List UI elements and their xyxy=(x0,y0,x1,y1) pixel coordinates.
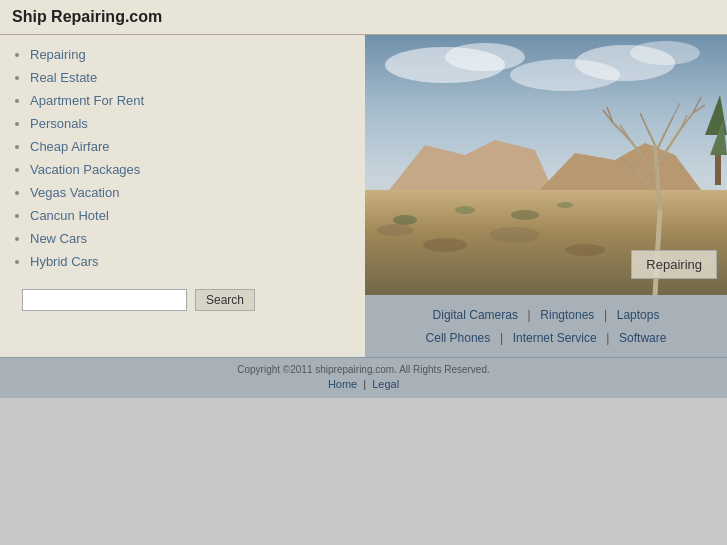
bullet-icon xyxy=(12,73,22,83)
sidebar-item-repairing[interactable]: Repairing xyxy=(0,43,365,66)
svg-point-5 xyxy=(630,41,700,65)
search-input[interactable] xyxy=(22,289,187,311)
bullet-icon xyxy=(12,234,22,244)
svg-point-14 xyxy=(455,206,475,214)
bullet-icon xyxy=(12,50,22,60)
svg-point-13 xyxy=(393,215,417,225)
sidebar-item-cancun-hotel[interactable]: Cancun Hotel xyxy=(0,204,365,227)
footer: Copyright ©2011 shiprepairing.com. All R… xyxy=(0,357,727,398)
separator: | xyxy=(528,308,531,322)
main-content: Repairing Real Estate Apartment For Rent… xyxy=(0,35,727,357)
search-area: Search xyxy=(0,273,365,323)
links-panel: Digital Cameras | Ringtones | Laptops Ce… xyxy=(365,295,727,357)
separator: | xyxy=(606,331,609,345)
landscape-image: Repairing xyxy=(365,35,727,295)
svg-rect-38 xyxy=(715,155,721,185)
internet-service-link[interactable]: Internet Service xyxy=(513,331,597,345)
svg-point-2 xyxy=(445,43,525,71)
site-title: Ship Repairing.com xyxy=(12,8,715,26)
sidebar-item-real-estate[interactable]: Real Estate xyxy=(0,66,365,89)
sidebar-item-vegas-vacation[interactable]: Vegas Vacation xyxy=(0,181,365,204)
footer-links: Home | Legal xyxy=(0,378,727,390)
repairing-overlay-label: Repairing xyxy=(646,257,702,272)
links-row-2: Cell Phones | Internet Service | Softwar… xyxy=(365,326,727,349)
software-link[interactable]: Software xyxy=(619,331,666,345)
bullet-icon xyxy=(12,96,22,106)
separator: | xyxy=(604,308,607,322)
svg-rect-8 xyxy=(365,190,727,295)
header: Ship Repairing.com xyxy=(0,0,727,35)
svg-point-16 xyxy=(557,202,573,208)
svg-point-15 xyxy=(511,210,539,220)
sidebar-item-vacation-packages[interactable]: Vacation Packages xyxy=(0,158,365,181)
sidebar-item-label: Cheap Airfare xyxy=(30,139,110,154)
sidebar-item-label: Real Estate xyxy=(30,70,97,85)
sidebar-item-label: Vacation Packages xyxy=(30,162,140,177)
sidebar-item-label: Apartment For Rent xyxy=(30,93,144,108)
sidebar-item-label: Repairing xyxy=(30,47,86,62)
right-panel: Repairing Digital Cameras | Ringtones | … xyxy=(365,35,727,357)
bullet-icon xyxy=(12,188,22,198)
copyright-text: Copyright ©2011 shiprepairing.com. All R… xyxy=(0,364,727,375)
bullet-icon xyxy=(12,257,22,267)
footer-separator: | xyxy=(363,378,366,390)
sidebar-item-hybrid-cars[interactable]: Hybrid Cars xyxy=(0,250,365,273)
bullet-icon xyxy=(12,165,22,175)
ringtones-link[interactable]: Ringtones xyxy=(540,308,594,322)
svg-point-9 xyxy=(377,224,413,236)
sidebar-item-label: Personals xyxy=(30,116,88,131)
separator: | xyxy=(500,331,503,345)
sidebar-item-new-cars[interactable]: New Cars xyxy=(0,227,365,250)
laptops-link[interactable]: Laptops xyxy=(617,308,660,322)
sidebar-item-apartment-for-rent[interactable]: Apartment For Rent xyxy=(0,89,365,112)
bullet-icon xyxy=(12,211,22,221)
links-row-1: Digital Cameras | Ringtones | Laptops xyxy=(365,303,727,326)
sidebar-item-label: Hybrid Cars xyxy=(30,254,99,269)
app: Ship Repairing.com Repairing Real Estate… xyxy=(0,0,727,398)
bullet-icon xyxy=(12,142,22,152)
footer-legal-link[interactable]: Legal xyxy=(372,378,399,390)
sidebar-item-cheap-airfare[interactable]: Cheap Airfare xyxy=(0,135,365,158)
svg-point-11 xyxy=(490,227,540,243)
search-button[interactable]: Search xyxy=(195,289,255,311)
sidebar-item-label: Cancun Hotel xyxy=(30,208,109,223)
digital-cameras-link[interactable]: Digital Cameras xyxy=(433,308,518,322)
sidebar-item-label: Vegas Vacation xyxy=(30,185,119,200)
footer-home-link[interactable]: Home xyxy=(328,378,357,390)
bullet-icon xyxy=(12,119,22,129)
sidebar: Repairing Real Estate Apartment For Rent… xyxy=(0,35,365,357)
svg-point-12 xyxy=(565,244,605,256)
repairing-overlay-button[interactable]: Repairing xyxy=(631,250,717,279)
cell-phones-link[interactable]: Cell Phones xyxy=(426,331,491,345)
sidebar-item-label: New Cars xyxy=(30,231,87,246)
svg-point-10 xyxy=(423,238,467,252)
sidebar-item-personals[interactable]: Personals xyxy=(0,112,365,135)
below-app-area xyxy=(0,398,727,538)
